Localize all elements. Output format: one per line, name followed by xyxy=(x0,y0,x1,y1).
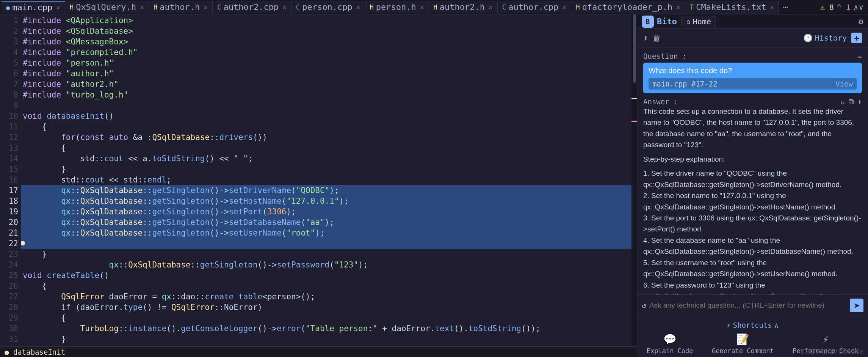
edit-question-icon[interactable]: ✏ xyxy=(858,52,862,60)
warning-count[interactable]: ⚠ 8 xyxy=(820,3,834,12)
status-bar: ● databaseInit xyxy=(0,346,637,357)
tab-main-cpp[interactable]: ● main.cpp ✕ xyxy=(2,1,65,14)
bito-chat-input[interactable] xyxy=(649,301,847,310)
code-editor[interactable]: 1 2 3 4 5 6 7 8 9 10 11 12 13 14 15 16 1… xyxy=(0,14,637,346)
tab-cmakelists[interactable]: T CMakeLists.txt ✕ xyxy=(685,1,779,14)
shortcuts-chevron-icon: ∧ xyxy=(774,321,779,329)
question-label: Question : xyxy=(643,52,686,60)
tab-bar: ● main.cpp ✕ H QxSqlQuery.h ✕ H author.h… xyxy=(0,0,868,14)
code-line-18: qx::QxSqlDatabase::getSingleton()->setHo… xyxy=(21,196,631,206)
tab-close-main[interactable]: ✕ xyxy=(56,3,60,11)
code-panel: 1 2 3 4 5 6 7 8 9 10 11 12 13 14 15 16 1… xyxy=(0,14,637,357)
scroll-mark-2 xyxy=(631,121,637,122)
code-line-31: } xyxy=(21,334,631,344)
code-line-21: qx::QxSqlDatabase::getSingleton()->setUs… xyxy=(21,228,631,238)
code-line-17: qx::QxSqlDatabase::getSingleton()->setDr… xyxy=(21,185,631,196)
shortcuts-row[interactable]: ⚡ Shortcuts ∧ xyxy=(637,319,868,331)
question-box: What does this code do? main.cpp #17-22 … xyxy=(643,63,862,93)
code-line-20: qx::QxSqlDatabase::getSingleton()->setDa… xyxy=(21,217,631,228)
bito-home-tab[interactable]: ⌂ Home xyxy=(682,16,716,27)
code-line-4: #include "precompiled.h" xyxy=(21,47,631,58)
code-line-1: #include <QApplication> xyxy=(21,15,631,26)
bito-input-row: ↺ ➤ xyxy=(642,299,863,312)
tab-qfactoryloader[interactable]: H qfactoryloader_p.h ✕ xyxy=(571,1,685,14)
performance-check-icon: ⚡ xyxy=(823,333,829,346)
tab-author-h[interactable]: H author.h ✕ xyxy=(149,1,213,14)
explain-code-button[interactable]: 💬 Explain Code xyxy=(647,333,693,355)
code-scrollbar[interactable] xyxy=(631,14,637,346)
trash-icon[interactable]: 🗑 xyxy=(653,33,661,43)
tab-qxsqlquery-h[interactable]: H QxSqlQuery.h ✕ xyxy=(65,1,149,14)
code-line-23: } xyxy=(21,249,631,259)
refresh-answer-icon[interactable]: ↻ xyxy=(840,98,844,106)
bito-header: B Bito ⌂ Home ⚙ xyxy=(637,14,868,29)
code-line-8: #include "turbo_log.h" xyxy=(21,90,631,100)
bito-history-button[interactable]: 🕐 History xyxy=(803,33,847,42)
code-line-14: std::cout << a.toStdString() << " "; xyxy=(21,153,631,164)
tab-close-2[interactable]: ✕ xyxy=(204,3,208,11)
code-line-28: if (daoError.type() != QSqlError::NoErro… xyxy=(21,302,631,313)
tab-more-button[interactable]: ⋯ xyxy=(779,2,791,12)
code-content[interactable]: #include <QApplication> #include <QSqlDa… xyxy=(21,14,631,346)
generate-comment-button[interactable]: 📝 Generate Comment xyxy=(712,333,774,355)
reset-conversation-icon[interactable]: ↺ xyxy=(642,301,646,310)
tab-author2-h[interactable]: H author2.h ✕ xyxy=(429,1,498,14)
code-line-19: qx::QxSqlDatabase::getSingleton()->setPo… xyxy=(21,206,631,217)
answer-actions: ↻ ⧉ ⬆ xyxy=(840,97,862,106)
tab-close-4[interactable]: ✕ xyxy=(356,3,360,11)
share-answer-icon[interactable]: ⬆ xyxy=(858,98,862,106)
code-line-5: #include "person.h" xyxy=(21,58,631,68)
code-line-24 xyxy=(21,259,631,270)
tab-close-8[interactable]: ✕ xyxy=(676,3,680,11)
code-line-30: TurboLog::instance().getConsoleLogger()-… xyxy=(21,323,631,334)
bito-send-button[interactable]: ➤ xyxy=(850,299,863,312)
code-line-11: { xyxy=(21,121,631,132)
tab-close-5[interactable]: ✕ xyxy=(420,3,424,11)
file-reference: main.cpp #17-22 View xyxy=(649,78,857,90)
code-line-10: void databaseInit() xyxy=(21,111,631,121)
shortcuts-icon: ⚡ xyxy=(727,321,731,329)
code-line-29: { xyxy=(21,313,631,323)
tab-close-6[interactable]: ✕ xyxy=(489,3,493,11)
copy-answer-icon[interactable]: ⧉ xyxy=(849,97,854,106)
bito-content: Question : ✏ What does this code do? mai… xyxy=(637,47,868,294)
error-count[interactable]: ^ 1 xyxy=(837,3,851,12)
tab-author2-cpp[interactable]: C author2.cpp ✕ xyxy=(213,1,291,14)
code-line-9 xyxy=(21,100,631,111)
code-line-26: { xyxy=(21,281,631,291)
code-line-25: void createTable() xyxy=(21,270,631,281)
tab-close-9[interactable]: ✕ xyxy=(770,3,774,11)
chevron-down-icon[interactable]: ∨ xyxy=(859,3,863,12)
code-line-15: } xyxy=(21,164,631,175)
bito-input-area: ↺ ➤ xyxy=(637,294,868,316)
chevron-up-icon[interactable]: ∧ xyxy=(854,3,858,12)
share-icon[interactable]: ⬆ xyxy=(643,33,648,43)
code-line-22: qx::QxSqlDatabase::getSingleton()->setPa… xyxy=(21,238,631,249)
code-line-12: for(const auto &a :QSqlDatabase::drivers… xyxy=(21,132,631,143)
tab-person-h[interactable]: H person.h ✕ xyxy=(365,1,429,14)
view-file-button[interactable]: View xyxy=(835,80,853,88)
tab-close-7[interactable]: ✕ xyxy=(562,3,567,11)
code-line-6: #include "author.h" xyxy=(21,68,631,79)
scrollbar-thumb[interactable] xyxy=(633,14,636,83)
bito-settings-icon[interactable]: ⚙ xyxy=(859,17,863,26)
bito-panel: B Bito ⌂ Home ⚙ ⬆ 🗑 🕐 History + xyxy=(637,14,868,357)
code-line-13: { xyxy=(21,143,631,153)
tab-close-1[interactable]: ✕ xyxy=(140,3,144,11)
bito-title: Bito xyxy=(657,17,677,26)
chevron-controls: ∧ ∨ xyxy=(854,3,863,12)
tab-author-cpp[interactable]: C author.cpp ✕ xyxy=(498,1,572,14)
tab-close-3[interactable]: ✕ xyxy=(282,3,287,11)
history-icon: 🕐 xyxy=(803,33,813,42)
code-line-27: QSqlError daoError = qx::dao::create_tab… xyxy=(21,291,631,302)
bito-new-chat-button[interactable]: + xyxy=(851,33,862,43)
answer-label: Answer : xyxy=(643,98,678,106)
shortcuts-label: Shortcuts xyxy=(733,321,772,329)
code-line-16: std::cout << std::endl; xyxy=(21,175,631,185)
tab-person-cpp[interactable]: C person.cpp ✕ xyxy=(291,1,365,14)
code-line-32: daoError = qx::dao::create_table<author>… xyxy=(21,344,631,346)
home-icon: ⌂ xyxy=(686,17,691,25)
bito-header-right: ⚙ xyxy=(859,17,863,26)
scroll-mark-1 xyxy=(631,98,637,99)
answer-header: Answer : ↻ ⧉ ⬆ xyxy=(643,97,862,106)
